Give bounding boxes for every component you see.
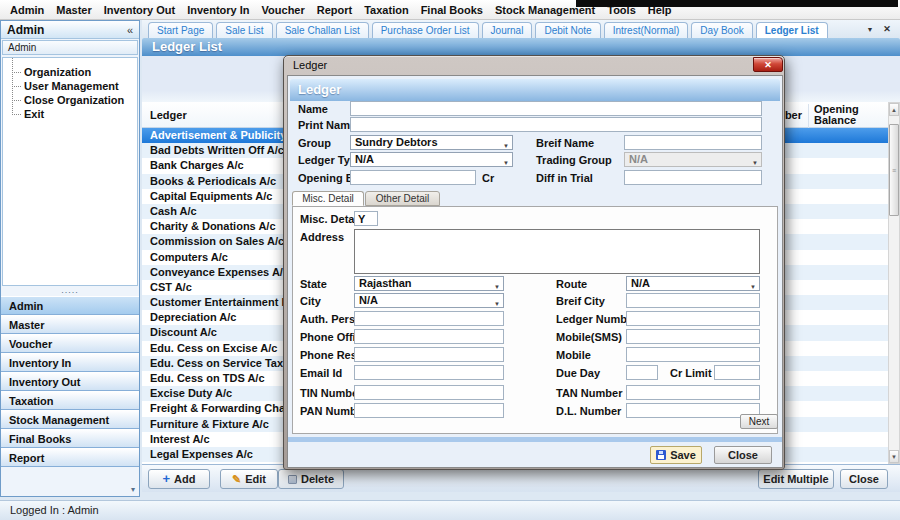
scroll-up-icon[interactable]: ▲ [889, 103, 899, 116]
tab-close-icon[interactable]: ✕ [881, 24, 893, 34]
phone-resi-field[interactable] [354, 347, 504, 362]
menu-item[interactable]: Master [50, 0, 97, 20]
dialog-close-icon[interactable]: ✕ [753, 57, 783, 72]
sidebar-subheader[interactable]: Admin [2, 40, 138, 55]
column-header-opening-balance[interactable]: Opening Balance [808, 104, 878, 128]
menu-item[interactable]: Taxation [358, 0, 414, 20]
group-select[interactable]: Sundry Debtors ▼ [350, 135, 513, 150]
state-select[interactable]: Rajasthan ▼ [354, 276, 504, 291]
phone-office-field[interactable] [354, 329, 504, 344]
misc-detail-field[interactable] [354, 211, 378, 226]
collapse-icon[interactable]: « [127, 24, 133, 36]
accordion-overflow-icon[interactable]: ▾ [131, 485, 135, 494]
accordion-item[interactable]: Voucher [1, 334, 139, 353]
scrollbar-thumb[interactable]: ≡ [889, 124, 899, 216]
cr-limit-field[interactable] [714, 365, 760, 380]
document-tab[interactable]: Journal [482, 22, 533, 38]
accordion-item[interactable]: Master [1, 315, 139, 334]
tab-misc-detail[interactable]: Misc. Detail [292, 191, 364, 206]
cr-suffix-label: Cr [482, 172, 494, 184]
next-button[interactable]: Next [740, 414, 778, 429]
print-name-field[interactable] [350, 117, 762, 132]
auth-person-field[interactable] [354, 311, 504, 326]
pencil-icon: ✎ [232, 473, 241, 486]
accordion-item[interactable]: Report [1, 448, 139, 467]
tab-other-detail[interactable]: Other Detail [365, 191, 440, 206]
tree-item[interactable]: Close Organization [3, 93, 137, 107]
cr-limit-label: Cr Limit [670, 367, 712, 379]
sidebar-tree: OrganizationUser ManagementClose Organiz… [2, 57, 138, 286]
document-tab[interactable]: Sale List [216, 22, 272, 38]
plus-icon: + [163, 474, 171, 484]
breif-city-label: Breif City [556, 295, 605, 307]
diff-in-trial-label: Diff in Trial [536, 172, 593, 184]
accordion-item[interactable]: Stock Management [1, 410, 139, 429]
city-select[interactable]: N/A ▼ [354, 293, 504, 308]
delete-button[interactable]: Delete [278, 469, 344, 489]
breif-name-label: Breif Name [536, 137, 594, 149]
edit-multiple-button[interactable]: Edit Multiple [758, 469, 834, 489]
logged-in-status: Logged In : Admin [10, 504, 99, 516]
footer-separator [288, 437, 782, 442]
route-select[interactable]: N/A ▼ [626, 276, 760, 291]
sidebar-splitter-handle[interactable]: ..... [1, 287, 139, 296]
document-tab[interactable]: Purchase Order List [372, 22, 479, 38]
document-tab[interactable]: Day Book [691, 22, 752, 38]
edit-button[interactable]: ✎ Edit [220, 469, 278, 489]
sidebar-empty-area: ▾ [1, 467, 139, 496]
document-tab[interactable]: Intrest(Normal) [604, 22, 689, 38]
menu-item[interactable]: Final Books [415, 0, 489, 20]
tin-number-field[interactable] [354, 385, 504, 400]
mobile-field[interactable] [626, 347, 760, 362]
menu-item[interactable]: Report [311, 0, 358, 20]
accordion-item[interactable]: Taxation [1, 391, 139, 410]
close-list-button[interactable]: Close [840, 469, 888, 489]
print-name-label: Print Name [298, 119, 356, 131]
tree-item[interactable]: User Management [3, 79, 137, 93]
scroll-down-icon[interactable]: ▼ [889, 450, 899, 463]
menu-item[interactable]: Admin [4, 0, 50, 20]
document-tab[interactable]: Sale Challan List [276, 22, 369, 38]
vertical-scrollbar[interactable]: ▲ ≡ ▼ [888, 102, 900, 464]
accordion-item[interactable]: Final Books [1, 429, 139, 448]
save-button[interactable]: Save [650, 446, 702, 464]
ledger-type-select[interactable]: N/A ▼ [350, 152, 513, 167]
dl-number-label: D.L. Number [556, 405, 621, 417]
menu-item[interactable]: Inventory In [181, 0, 255, 20]
menu-item[interactable]: Voucher [256, 0, 311, 20]
city-label: City [300, 295, 321, 307]
menu-item[interactable]: Inventory Out [98, 0, 182, 20]
document-tab[interactable]: Debit Note [535, 22, 600, 38]
dialog-close-button[interactable]: Close [714, 446, 772, 464]
address-field[interactable] [354, 229, 760, 274]
document-tab[interactable]: Ledger List [756, 22, 828, 38]
tab-list-dropdown-icon[interactable]: ▼ [864, 24, 876, 33]
add-button[interactable]: + Add [148, 469, 210, 489]
name-field[interactable] [350, 101, 762, 116]
sidebar-accordion: AdminMasterVoucherInventory InInventory … [1, 296, 139, 467]
breif-city-field[interactable] [626, 293, 760, 308]
tree-item[interactable]: Exit [3, 107, 137, 121]
document-tab[interactable]: Start Page [148, 22, 213, 38]
app-window: AdminMasterInventory OutInventory InVouc… [0, 0, 900, 520]
pan-number-field[interactable] [354, 403, 504, 418]
tan-number-field[interactable] [626, 385, 760, 400]
column-header-ledger[interactable]: Ledger [150, 109, 187, 121]
diff-in-trial-field[interactable] [624, 170, 762, 185]
chevron-down-icon: ▼ [752, 157, 758, 170]
tan-number-label: TAN Number [556, 387, 622, 399]
mobile-sms-field[interactable] [626, 329, 760, 344]
due-day-label: Due Day [556, 367, 600, 379]
due-day-field[interactable] [626, 365, 658, 380]
opening-bal-field[interactable] [350, 170, 476, 185]
accordion-item[interactable]: Admin [1, 296, 139, 315]
accordion-item[interactable]: Inventory In [1, 353, 139, 372]
trading-group-label: Trading Group [536, 154, 612, 166]
save-icon [656, 450, 666, 460]
email-id-field[interactable] [354, 365, 504, 380]
accordion-item[interactable]: Inventory Out [1, 372, 139, 391]
tree-item[interactable]: Organization [3, 65, 137, 79]
group-label: Group [298, 137, 331, 149]
ledger-number-field[interactable] [626, 311, 760, 326]
breif-name-field[interactable] [624, 135, 762, 150]
